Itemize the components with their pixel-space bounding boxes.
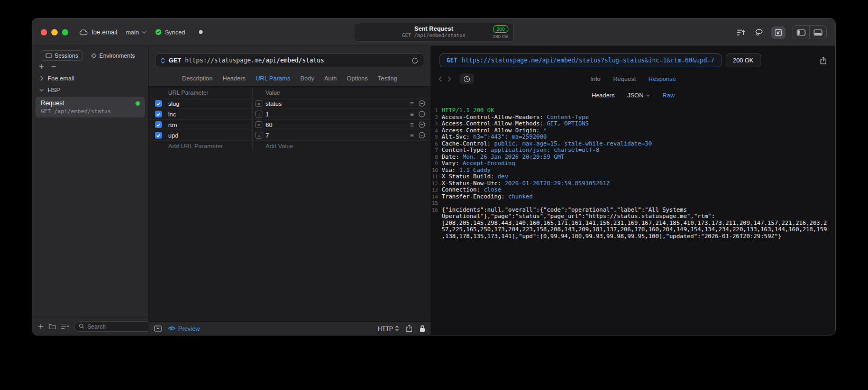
minimize-window-button[interactable] [51, 29, 58, 35]
param-enabled-checkbox[interactable] [155, 132, 162, 139]
param-row: rtm = 60 ≡ [149, 120, 431, 130]
session-actions [32, 62, 148, 70]
preview-button[interactable]: </> Preview [168, 325, 200, 332]
request-url-bar[interactable]: GET https://statuspage.me/api/embed/stat… [155, 53, 424, 67]
add-session-icon[interactable] [39, 64, 44, 69]
remove-param-icon[interactable] [418, 121, 425, 128]
url-host: https://statuspage.me [185, 57, 262, 64]
subtab-raw[interactable]: Raw [663, 92, 675, 98]
equals-icon: = [255, 121, 262, 128]
sidebar-tabs: Sessions Environments [32, 46, 148, 62]
history-back-icon[interactable] [438, 76, 442, 82]
tab-testing[interactable]: Testing [378, 75, 397, 81]
tab-body[interactable]: Body [300, 75, 314, 81]
tab-info[interactable]: Info [590, 76, 600, 82]
tab-url-params[interactable]: URL Params [255, 75, 290, 81]
sync-status[interactable]: Synced [155, 29, 185, 35]
request-url[interactable]: https://statuspage.me/api/embed/status [185, 57, 324, 64]
param-value[interactable]: 60 [266, 122, 272, 128]
tree-item-hsp[interactable]: HSP [35, 84, 145, 96]
tab-description[interactable]: Description [182, 75, 213, 81]
drag-handle-icon[interactable]: ≡ [410, 111, 414, 117]
param-enabled-checkbox[interactable] [155, 121, 162, 128]
line-number: 16 [431, 207, 442, 214]
remove-session-icon[interactable] [51, 64, 57, 69]
remove-param-icon[interactable] [418, 132, 425, 139]
close-window-button[interactable] [41, 29, 47, 35]
protocol-label: HTTP [378, 325, 393, 332]
history-forward-icon[interactable] [447, 76, 451, 82]
share-icon[interactable] [820, 57, 827, 65]
add-request-icon[interactable] [38, 323, 44, 330]
column-header-name: URL Parameter [149, 89, 252, 96]
add-param-name[interactable]: Add URL Parameter [168, 143, 252, 149]
param-name[interactable]: rtm [168, 122, 252, 128]
view-options-icon[interactable] [61, 323, 69, 329]
main-content: Sessions Environments [32, 46, 835, 335]
tree-item-label: HSP [48, 87, 60, 93]
drag-handle-icon[interactable]: ≡ [410, 132, 414, 139]
sent-request-url[interactable]: GET https://statuspage.me/api/embed/stat… [440, 53, 721, 67]
branch-selector[interactable]: main [126, 29, 147, 35]
remove-param-icon[interactable] [418, 100, 425, 107]
request-list-item[interactable]: Request GET /api/embed/status [35, 97, 145, 117]
sidebar-toggle-icon[interactable] [792, 26, 809, 39]
tab-environments[interactable]: Environments [86, 50, 140, 61]
drag-handle-icon[interactable]: ≡ [410, 101, 414, 107]
param-name[interactable]: inc [168, 111, 252, 117]
sync-label: Synced [165, 29, 185, 35]
protocol-selector[interactable]: HTTP [378, 325, 399, 332]
lasso-icon[interactable] [753, 27, 765, 38]
search-icon [79, 323, 85, 329]
zoom-window-button[interactable] [62, 29, 68, 35]
share-icon[interactable] [406, 324, 413, 332]
tab-response[interactable]: Response [648, 76, 676, 82]
line-number: 15 [431, 200, 442, 207]
status-code-badge: 200 [493, 25, 508, 33]
window-controls [41, 29, 68, 35]
url-params-table: URL Parameter Value slug = status ≡ [149, 86, 431, 321]
param-enabled-checkbox[interactable] [155, 100, 162, 107]
tab-request[interactable]: Request [613, 76, 636, 82]
param-value[interactable]: 7 [266, 132, 269, 139]
drag-handle-icon[interactable]: ≡ [410, 122, 414, 128]
param-name[interactable]: upd [168, 132, 252, 139]
add-param-row[interactable]: Add URL Parameter Add Value [149, 141, 431, 151]
lock-icon[interactable] [419, 325, 425, 332]
param-value[interactable]: status [266, 101, 282, 107]
sidebar: Sessions Environments [32, 46, 149, 335]
resend-request-icon[interactable] [412, 57, 418, 64]
tree-item-label: Foe.email [48, 75, 75, 81]
response-subtabs: Headers JSON Raw [431, 87, 835, 103]
request-editor-panel: GET https://statuspage.me/api/embed/stat… [149, 46, 431, 335]
method-selector-icon[interactable] [161, 57, 165, 64]
param-enabled-checkbox[interactable] [155, 111, 162, 117]
add-param-value[interactable]: Add Value [266, 143, 293, 149]
param-row: upd = 7 ≡ [149, 130, 431, 141]
response-panel: GET https://statuspage.me/api/embed/stat… [431, 46, 835, 335]
response-line: 16 {"incidents":null,"overall":{"code":"… [431, 207, 829, 240]
param-name[interactable]: slug [168, 101, 252, 107]
project-switcher[interactable]: foe.email [79, 29, 117, 36]
subtab-headers[interactable]: Headers [591, 92, 614, 98]
tab-headers[interactable]: Headers [223, 75, 245, 81]
import-icon[interactable] [771, 26, 785, 39]
tree-item-foe-email[interactable]: Foe.email [35, 72, 145, 84]
line-number: 9 [431, 160, 442, 167]
expand-panel-icon[interactable] [154, 325, 162, 332]
history-clock-icon[interactable] [460, 74, 474, 84]
tab-auth[interactable]: Auth [324, 75, 337, 81]
response-body[interactable]: 1 HTTP/1.1 200 OK 2 Access-Control-Allow… [431, 103, 835, 335]
tab-options[interactable]: Options [347, 75, 368, 81]
new-folder-icon[interactable] [49, 323, 56, 330]
subtab-json[interactable]: JSON [627, 92, 650, 98]
sent-request-summary[interactable]: Sent Request GET /api/embed/status 200 2… [354, 23, 514, 42]
response-line: 9 Vary: Accept-Encoding [431, 160, 829, 167]
remove-param-icon[interactable] [418, 111, 425, 117]
tab-sessions[interactable]: Sessions [41, 50, 83, 61]
table-empty-area [149, 151, 431, 321]
param-value[interactable]: 1 [266, 111, 269, 117]
bottom-panel-toggle-icon[interactable] [809, 26, 826, 39]
sort-icon[interactable] [735, 28, 747, 38]
sent-request-subtitle: GET /api/embed/status [354, 32, 513, 38]
